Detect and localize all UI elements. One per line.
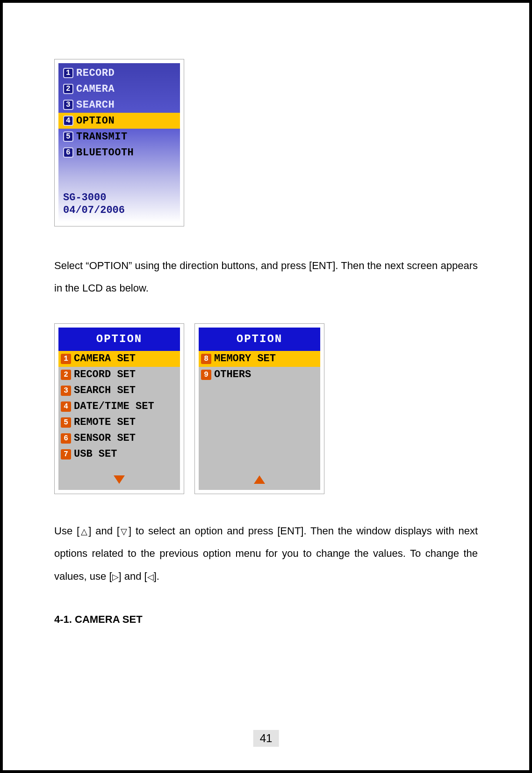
menu-item-number: 3 — [63, 100, 73, 110]
main-menu-item[interactable]: 4OPTION — [58, 113, 180, 129]
page-content: 1RECORD2CAMERA3SEARCH4OPTION5TRANSMIT6BL… — [54, 59, 478, 626]
main-menu-list: 1RECORD2CAMERA3SEARCH4OPTION5TRANSMIT6BL… — [58, 63, 180, 160]
main-menu-item[interactable]: 3SEARCH — [58, 97, 180, 113]
option-item-label: SENSOR SET — [74, 432, 136, 444]
section-heading-4-1: 4-1. CAMERA SET — [54, 613, 478, 626]
main-menu-item[interactable]: 1RECORD — [58, 65, 180, 81]
option-item-number: 6 — [61, 433, 71, 444]
option-item[interactable]: 2RECORD SET — [58, 367, 180, 383]
menu-item-label: SEARCH — [76, 99, 115, 111]
option-item[interactable]: 9OTHERS — [199, 367, 320, 383]
main-menu-screen: 1RECORD2CAMERA3SEARCH4OPTION5TRANSMIT6BL… — [58, 63, 180, 222]
p2d: ] and [ — [119, 570, 147, 582]
option-lcd-right: OPTION 8MEMORY SET9OTHERS — [194, 323, 324, 494]
option-screen-left: OPTION 1CAMERA SET2RECORD SET3SEARCH SET… — [58, 328, 180, 490]
option-item-number: 3 — [61, 386, 71, 396]
option-item[interactable]: 1CAMERA SET — [58, 351, 180, 367]
down-arrow-icon: ▽ — [120, 527, 129, 536]
main-menu-item[interactable]: 5TRANSMIT — [58, 129, 180, 145]
menu-item-label: CAMERA — [76, 83, 115, 95]
option-item-number: 5 — [61, 417, 71, 428]
option-item-label: MEMORY SET — [214, 353, 276, 365]
option-item-label: CAMERA SET — [74, 353, 136, 365]
option-list-left: 1CAMERA SET2RECORD SET3SEARCH SET4DATE/T… — [58, 351, 180, 462]
option-item-number: 4 — [61, 401, 71, 412]
option-item-label: SEARCH SET — [74, 385, 136, 396]
option-item-number: 7 — [61, 449, 71, 459]
option-item[interactable]: 8MEMORY SET — [199, 351, 320, 367]
menu-item-number: 1 — [63, 68, 73, 78]
paragraph-use-arrows: Use [△] and [▽] to select an option and … — [54, 520, 478, 588]
device-info: SG-3000 04/07/2006 — [63, 192, 125, 217]
menu-item-number: 5 — [63, 131, 73, 142]
option-title-left: OPTION — [58, 328, 180, 351]
p2a: Use [ — [54, 525, 79, 537]
main-menu-item[interactable]: 6BLUETOOTH — [58, 145, 180, 160]
up-arrow-icon: △ — [79, 527, 88, 536]
option-list-right: 8MEMORY SET9OTHERS — [199, 351, 320, 383]
p2b: ] and [ — [88, 525, 119, 537]
option-title-right: OPTION — [199, 328, 320, 351]
menu-item-label: BLUETOOTH — [76, 147, 134, 159]
option-item[interactable]: 6SENSOR SET — [58, 430, 180, 446]
scroll-down-icon — [58, 475, 180, 486]
option-item-number: 2 — [61, 370, 71, 380]
menu-item-label: OPTION — [76, 115, 115, 127]
option-item[interactable]: 3SEARCH SET — [58, 383, 180, 399]
menu-item-number: 4 — [63, 116, 73, 126]
option-item-label: DATE/TIME SET — [74, 401, 154, 412]
option-lcd-left: OPTION 1CAMERA SET2RECORD SET3SEARCH SET… — [54, 323, 184, 494]
menu-item-number: 2 — [63, 84, 73, 94]
option-item-label: USB SET — [74, 448, 117, 460]
p2e: ]. — [154, 570, 159, 582]
menu-item-label: TRANSMIT — [76, 131, 128, 143]
option-item-label: RECORD SET — [74, 369, 136, 380]
option-item-label: OTHERS — [214, 369, 251, 380]
menu-item-number: 6 — [63, 147, 73, 158]
page-number: 41 — [253, 730, 279, 747]
option-item-number: 9 — [201, 370, 211, 380]
device-date: 04/07/2006 — [63, 204, 125, 217]
option-screen-right: OPTION 8MEMORY SET9OTHERS — [199, 328, 320, 490]
option-item[interactable]: 4DATE/TIME SET — [58, 399, 180, 415]
device-model: SG-3000 — [63, 192, 125, 204]
option-screens-row: OPTION 1CAMERA SET2RECORD SET3SEARCH SET… — [54, 323, 478, 494]
document-page: 1RECORD2CAMERA3SEARCH4OPTION5TRANSMIT6BL… — [0, 0, 532, 773]
option-item[interactable]: 5REMOTE SET — [58, 415, 180, 430]
paragraph-select-option: Select “OPTION” using the direction butt… — [54, 255, 478, 300]
option-item-number: 1 — [61, 354, 71, 364]
menu-item-label: RECORD — [76, 67, 115, 79]
main-menu-item[interactable]: 2CAMERA — [58, 81, 180, 97]
scroll-up-icon — [199, 475, 320, 486]
left-arrow-icon: ◁ — [147, 572, 154, 582]
option-item[interactable]: 7USB SET — [58, 446, 180, 462]
right-arrow-icon: ▷ — [112, 572, 119, 582]
option-item-label: REMOTE SET — [74, 416, 136, 428]
main-menu-lcd: 1RECORD2CAMERA3SEARCH4OPTION5TRANSMIT6BL… — [54, 59, 184, 226]
option-item-number: 8 — [201, 354, 211, 364]
